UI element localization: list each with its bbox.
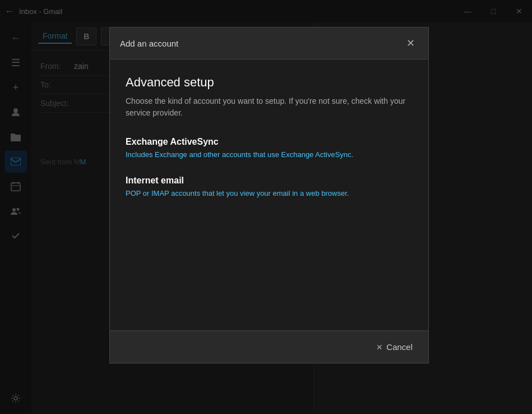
exchange-activesync-desc: Includes Exchange and other accounts tha… bbox=[126, 150, 413, 160]
modal-body: Advanced setup Choose the kind of accoun… bbox=[110, 59, 428, 330]
modal-header: Add an account ✕ bbox=[110, 27, 428, 59]
modal-header-title: Add an account bbox=[120, 39, 178, 48]
modal-subtitle: Choose the kind of account you want to s… bbox=[126, 95, 413, 119]
internet-email-desc: POP or IMAP accounts that let you view y… bbox=[126, 188, 413, 199]
cancel-button[interactable]: ✕ Cancel bbox=[371, 339, 418, 355]
exchange-activesync-title: Exchange ActiveSync bbox=[126, 137, 413, 147]
cancel-label: Cancel bbox=[386, 342, 413, 352]
exchange-activesync-option[interactable]: Exchange ActiveSync Includes Exchange an… bbox=[126, 137, 413, 160]
modal-close-button[interactable]: ✕ bbox=[403, 35, 418, 51]
cancel-x-icon: ✕ bbox=[376, 343, 383, 352]
add-account-modal: Add an account ✕ Advanced setup Choose t… bbox=[109, 27, 429, 364]
internet-email-title: Internet email bbox=[126, 176, 413, 186]
internet-email-option[interactable]: Internet email POP or IMAP accounts that… bbox=[126, 176, 413, 199]
modal-footer: ✕ Cancel bbox=[110, 330, 428, 363]
modal-title: Advanced setup bbox=[126, 75, 413, 90]
